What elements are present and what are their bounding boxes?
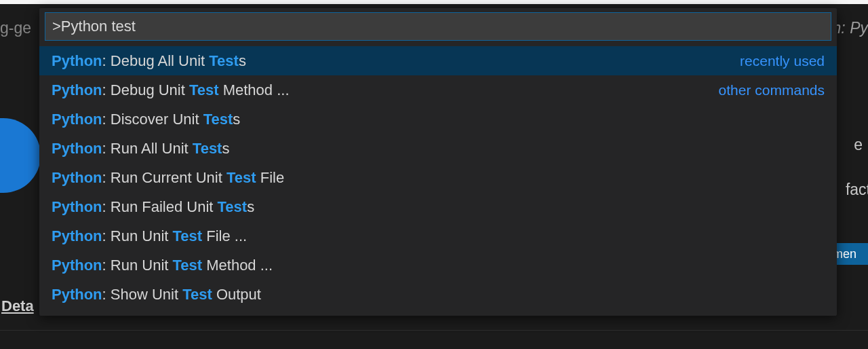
command-prefix: Python — [52, 257, 102, 274]
command-palette-item[interactable]: Python: Debug All Unit Testsrecently use… — [39, 46, 837, 75]
command-palette-item[interactable]: Python: Run Current Unit Test File — [39, 163, 837, 192]
match-highlight: Test — [182, 286, 212, 303]
divider — [0, 330, 868, 331]
command-prefix: Python — [52, 111, 102, 128]
match-highlight: Test — [226, 169, 256, 186]
command-text: : Run Failed Unit — [102, 198, 218, 215]
command-text: s — [222, 140, 229, 157]
command-palette-item-label: Python: Run Failed Unit Tests — [52, 192, 825, 221]
command-palette-hint: other commands — [719, 75, 825, 105]
tab-title-fragment: n: Py — [833, 19, 868, 37]
command-prefix: Python — [52, 140, 102, 157]
command-text: Method ... — [202, 257, 273, 274]
background-text-fragment: fact — [846, 181, 868, 199]
match-highlight: Test — [189, 81, 219, 98]
breadcrumb-fragment: g-ge — [0, 19, 31, 37]
command-text: : Debug Unit — [102, 81, 189, 98]
command-palette-item-label: Python: Show Unit Test Output — [52, 280, 825, 309]
match-highlight: Test — [173, 257, 203, 274]
command-text: File — [256, 169, 285, 186]
command-text: s — [239, 52, 246, 69]
command-palette-item[interactable]: Python: Show Unit Test Output — [39, 280, 837, 309]
match-highlight: Test — [218, 198, 248, 215]
match-highlight: Test — [203, 111, 233, 128]
command-text: File ... — [202, 227, 247, 244]
command-prefix: Python — [52, 286, 102, 303]
command-text: : Run Unit — [102, 257, 173, 274]
match-highlight: Test — [209, 52, 239, 69]
command-text: : Run All Unit — [102, 140, 193, 157]
command-text: Method ... — [219, 81, 290, 98]
command-palette-item-label: Python: Run Unit Test Method ... — [52, 251, 825, 280]
command-palette-item[interactable]: Python: Run All Unit Tests — [39, 134, 837, 163]
command-palette-hint: recently used — [740, 46, 825, 75]
extension-icon — [0, 118, 41, 193]
details-tab-fragment[interactable]: Deta — [1, 297, 34, 315]
command-palette-item-label: Python: Run Unit Test File ... — [52, 221, 825, 251]
command-prefix: Python — [52, 227, 102, 244]
command-text: s — [247, 198, 254, 215]
command-palette-item[interactable]: Python: Debug Unit Test Method ...other … — [39, 75, 837, 105]
command-palette-list: Python: Debug All Unit Testsrecently use… — [39, 46, 837, 316]
command-text: : Debug All Unit — [102, 52, 210, 69]
command-palette-item-label: Python: Debug Unit Test Method ... — [52, 75, 719, 105]
command-prefix: Python — [52, 52, 102, 69]
command-text: : Show Unit — [102, 286, 183, 303]
command-prefix: Python — [52, 169, 102, 186]
command-palette-item-label: Python: Run All Unit Tests — [52, 134, 825, 163]
command-palette-item-label: Python: Debug All Unit Tests — [52, 46, 740, 75]
command-text: : Discover Unit — [102, 111, 203, 128]
command-text: : Run Unit — [102, 227, 173, 244]
window-titlebar — [0, 0, 868, 4]
command-text: s — [233, 111, 240, 128]
background-text-fragment: e — [854, 136, 863, 154]
command-palette-input[interactable] — [45, 12, 831, 41]
match-highlight: Test — [173, 227, 203, 244]
command-text: Output — [212, 286, 261, 303]
command-palette-item[interactable]: Python: Run Unit Test File ... — [39, 221, 837, 251]
command-prefix: Python — [52, 81, 102, 98]
command-palette: Python: Debug All Unit Testsrecently use… — [39, 8, 837, 316]
command-prefix: Python — [52, 198, 102, 215]
command-palette-item[interactable]: Python: Run Failed Unit Tests — [39, 192, 837, 221]
command-text: : Run Current Unit — [102, 169, 226, 186]
command-palette-item-label: Python: Discover Unit Tests — [52, 105, 825, 134]
command-palette-item[interactable]: Python: Run Unit Test Method ... — [39, 251, 837, 280]
match-highlight: Test — [193, 140, 222, 157]
command-palette-item-label: Python: Run Current Unit Test File — [52, 163, 825, 192]
command-palette-item[interactable]: Python: Discover Unit Tests — [39, 105, 837, 134]
